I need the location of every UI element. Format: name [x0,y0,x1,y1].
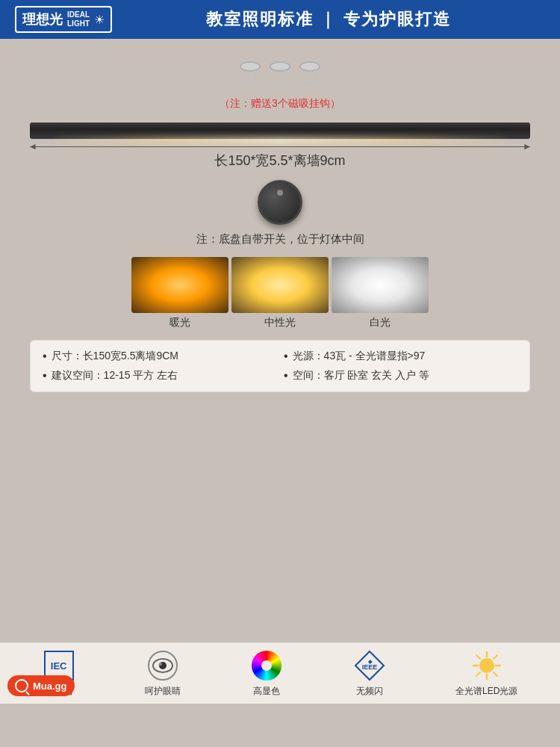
swatch-warm: 暖光 [131,257,228,329]
spec-dimensions: • 尺寸：长150宽5.5离墙9CM [43,350,276,363]
header: 理想光 IDEALLIGHT ☀ 教室照明标准 ｜ 专为护眼打造 [0,0,560,39]
mua-label: Mua.gg [33,681,67,692]
badge-ieee-label: 无频闪 [356,685,383,698]
hook-curve-2 [273,70,286,85]
logo-main: 理想光 [22,10,63,28]
badge-eye: 呵护眼睛 [145,649,181,698]
badge-sun-label: 全光谱LED光源 [455,685,517,698]
svg-text:IEEE: IEEE [361,663,377,671]
light-bulb-icon: ☀ [94,13,105,27]
spec-space-rec: • 建议空间：12-15 平方 左右 [43,369,276,382]
spec-bullet-4: • [284,369,288,382]
switch-dial [258,180,302,225]
spec-bullet-2: • [284,350,288,363]
hook-curve-3 [302,70,316,85]
svg-point-2 [159,663,162,666]
badge-color: 高显色 [250,649,283,698]
svg-line-14 [494,655,497,659]
eye-icon-container [146,649,179,682]
mua-overlay: Mua.gg [7,675,75,696]
main-content: （注：赠送3个磁吸挂钩） ◄ ► 长150*宽5.5*离墙9cm 注：底盘自带开… [0,39,560,704]
switch-note: 注：底盘自带开关，位于灯体中间 [196,232,364,247]
swatch-neutral-img [231,257,329,313]
swatch-white: 白光 [332,257,429,329]
mua-search-icon [15,679,28,692]
hooks-section: （注：赠送3个磁吸挂钩） [30,61,530,111]
spec-dim-text: 尺寸：长150宽5.5离墙9CM [52,350,178,363]
hook-2 [268,61,292,91]
svg-line-13 [494,672,497,676]
hook-curve-1 [243,70,256,85]
dimension-text: 长150*宽5.5*离墙9cm [30,152,530,170]
header-title: 教室照明标准 ｜ 专为护眼打造 [112,8,545,31]
colorwheel-icon [250,649,283,682]
badge-color-label: 高显色 [253,685,280,698]
header-title-part1: 教室照明标准 [206,10,314,28]
sun-icon [470,649,503,682]
eye-svg [152,658,173,673]
spec-bullet-3: • [43,369,47,382]
iec-text: IEC [51,661,67,671]
hooks-container [238,61,322,91]
spec-space-text: 建议空间：12-15 平方 左右 [52,369,178,382]
logo-area: 理想光 IDEALLIGHT ☀ [15,6,112,33]
logo-sub: IDEALLIGHT [67,10,90,28]
hook-1 [238,61,262,91]
swatch-warm-img [131,257,228,313]
svg-point-7 [479,658,494,673]
lightbar-glow [55,137,505,143]
spec-room-text: 空间：客厅 卧室 玄关 入户 等 [293,369,430,382]
footer-badges: IEC 防蓝光 呵护眼睛 [0,642,560,704]
spec-room-types: • 空间：客厅 卧室 玄关 入户 等 [284,369,517,382]
ieee-icon: ◆ IEEE [353,649,386,682]
swatch-white-img [332,257,429,313]
ieee-svg: ◆ IEEE [354,650,385,681]
header-title-part2: 专为护眼打造 [343,10,451,28]
badge-ieee: ◆ IEEE 无频闪 [353,649,386,698]
color-swatches: 暖光 中性光 白光 [30,257,530,329]
eye-circle-icon [148,651,178,681]
ieee-container: ◆ IEEE [353,649,386,682]
lightbar-section: ◄ ► 长150*宽5.5*离墙9cm [30,123,530,170]
colorwheel [252,651,281,681]
svg-line-12 [476,655,480,659]
spec-light-source: • 光源：43瓦 - 全光谱显指>97 [284,350,517,363]
hook-3 [298,61,322,91]
sun-svg [470,649,503,682]
hook-note: （注：赠送3个磁吸挂钩） [220,97,340,111]
swatch-neutral: 中性光 [231,257,329,329]
badge-eye-label: 呵护眼睛 [145,685,181,698]
svg-line-15 [476,672,480,676]
lightbar-container [30,123,530,139]
badge-sun: 全光谱LED光源 [455,649,517,698]
specs-section: • 尺寸：长150宽5.5离墙9CM • 光源：43瓦 - 全光谱显指>97 •… [30,340,530,392]
spec-bullet-1: • [43,350,47,363]
header-divider: ｜ [320,10,337,28]
swatch-warm-label: 暖光 [169,316,190,329]
specs-grid: • 尺寸：长150宽5.5离墙9CM • 光源：43瓦 - 全光谱显指>97 •… [43,350,517,382]
swatch-white-label: 白光 [370,316,391,329]
switch-section: 注：底盘自带开关，位于灯体中间 [30,180,530,247]
lightbar-track [30,123,530,139]
swatch-neutral-label: 中性光 [264,316,296,329]
spec-light-text: 光源：43瓦 - 全光谱显指>97 [293,350,426,363]
